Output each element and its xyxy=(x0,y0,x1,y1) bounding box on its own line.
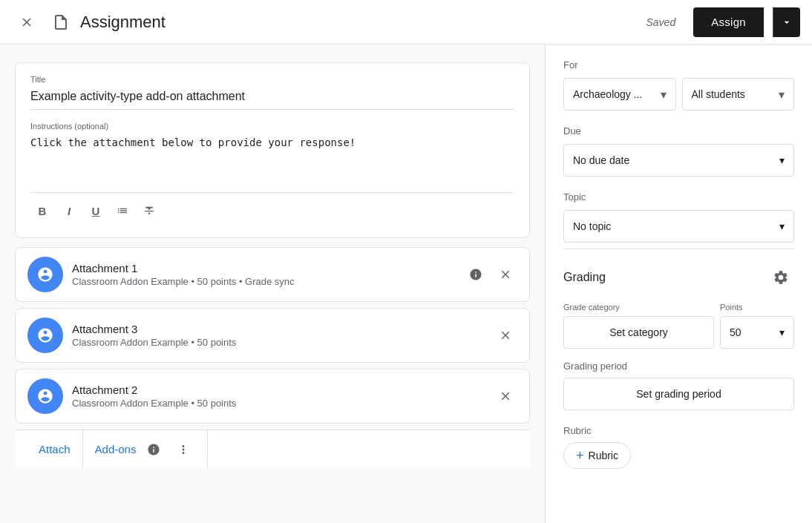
set-grading-period-button[interactable]: Set grading period xyxy=(563,378,794,410)
points-dropdown[interactable]: 50 ▾ xyxy=(720,316,794,349)
attachment-meta: Classroom Addon Example • 50 points xyxy=(72,337,485,348)
formatting-toolbar: B I U xyxy=(30,192,514,223)
strikethrough-button[interactable] xyxy=(137,199,161,223)
attachment-name: Attachment 3 xyxy=(72,323,485,335)
topic-label: Topic xyxy=(563,191,794,203)
grading-title: Grading xyxy=(563,271,606,284)
students-dropdown[interactable]: All students ▾ xyxy=(682,78,795,111)
attachment-item: Attachment 3 Classroom Addon Example • 5… xyxy=(15,308,530,363)
grading-settings-button[interactable] xyxy=(767,264,794,291)
attachment-remove-button[interactable] xyxy=(494,384,517,408)
bold-button[interactable]: B xyxy=(30,199,54,223)
grading-period-label: Grading period xyxy=(563,361,794,372)
attachment-item: Attachment 1 Classroom Addon Example • 5… xyxy=(15,247,530,302)
main-content: Title Instructions (optional) Click the … xyxy=(0,45,812,523)
grading-cols: Grade category Set category Points 50 ▾ xyxy=(563,303,794,349)
attachment-actions xyxy=(494,323,517,347)
set-category-button[interactable]: Set category xyxy=(563,316,714,349)
attachment-meta: Classroom Addon Example • 50 points • Gr… xyxy=(72,276,455,287)
attachment-icon xyxy=(27,378,63,414)
for-dropdowns: Archaeology ... ▾ All students ▾ xyxy=(563,78,794,111)
right-panel: For Archaeology ... ▾ All students ▾ Due… xyxy=(545,45,812,523)
attachment-info: Attachment 2 Classroom Addon Example • 5… xyxy=(72,384,485,409)
due-date-dropdown[interactable]: No due date ▾ xyxy=(563,144,794,177)
class-dropdown[interactable]: Archaeology ... ▾ xyxy=(563,78,676,111)
points-value: 50 xyxy=(730,326,741,338)
grade-category-col: Grade category Set category xyxy=(563,303,714,349)
addons-more-button[interactable] xyxy=(171,438,195,461)
attachment-actions xyxy=(464,263,517,286)
topic-dropdown[interactable]: No topic ▾ xyxy=(563,210,794,243)
attachment-meta: Classroom Addon Example • 50 points xyxy=(72,398,485,409)
attachment-name: Attachment 1 xyxy=(72,262,455,274)
add-rubric-button[interactable]: + Rubric xyxy=(563,442,631,469)
chevron-down-icon: ▾ xyxy=(779,154,785,166)
page-title: Assignment xyxy=(80,13,637,32)
title-label: Title xyxy=(30,75,514,84)
attachment-item: Attachment 2 Classroom Addon Example • 5… xyxy=(15,369,530,424)
header: Assignment Saved Assign xyxy=(0,0,812,45)
plus-icon: + xyxy=(576,449,584,462)
points-label: Points xyxy=(720,303,794,312)
students-value: All students xyxy=(692,88,745,100)
addons-info-button[interactable] xyxy=(142,438,166,461)
attachment-actions xyxy=(494,384,517,408)
title-field: Title xyxy=(30,75,514,110)
left-panel: Title Instructions (optional) Click the … xyxy=(0,45,545,523)
assign-dropdown-button[interactable] xyxy=(773,7,800,37)
attach-button[interactable]: Attach xyxy=(27,430,82,468)
attachment-name: Attachment 2 xyxy=(72,384,485,396)
close-button[interactable] xyxy=(12,7,42,37)
for-label: For xyxy=(563,59,794,70)
rubric-label: Rubric xyxy=(563,425,794,436)
underline-button[interactable]: U xyxy=(84,199,108,223)
chevron-down-icon: ▾ xyxy=(779,220,785,232)
title-input[interactable] xyxy=(30,87,514,110)
chevron-down-icon: ▾ xyxy=(779,326,785,338)
due-value: No due date xyxy=(573,154,629,166)
attachment-icon xyxy=(27,257,63,292)
list-button[interactable] xyxy=(111,199,134,223)
attachment-info: Attachment 1 Classroom Addon Example • 5… xyxy=(72,262,455,287)
chevron-down-icon: ▾ xyxy=(661,88,667,102)
section-divider xyxy=(563,249,794,249)
points-col: Points 50 ▾ xyxy=(720,303,794,349)
grading-header: Grading xyxy=(563,264,794,291)
saved-status: Saved xyxy=(646,16,675,28)
attachment-info: Attachment 3 Classroom Addon Example • 5… xyxy=(72,323,485,348)
due-label: Due xyxy=(563,125,794,136)
addons-section: Add-ons xyxy=(82,430,209,468)
attachment-remove-button[interactable] xyxy=(494,263,517,286)
instructions-textarea[interactable]: Click the attachment below to provide yo… xyxy=(30,134,514,178)
bottom-bar: Attach Add-ons xyxy=(15,430,530,468)
doc-icon xyxy=(50,12,71,33)
grade-category-label: Grade category xyxy=(563,303,714,312)
rubric-label-text: Rubric xyxy=(589,450,618,461)
class-value: Archaeology ... xyxy=(573,88,642,100)
addons-label: Add-ons xyxy=(95,443,137,455)
attachment-icon xyxy=(27,318,63,353)
instructions-field: Instructions (optional) Click the attach… xyxy=(30,122,514,180)
chevron-down-icon: ▾ xyxy=(779,88,785,102)
instructions-label: Instructions (optional) xyxy=(30,122,514,131)
attachment-remove-button[interactable] xyxy=(494,323,517,347)
assign-button[interactable]: Assign xyxy=(693,7,764,37)
form-card: Title Instructions (optional) Click the … xyxy=(15,62,530,238)
topic-value: No topic xyxy=(573,220,611,232)
italic-button[interactable]: I xyxy=(57,199,81,223)
attachment-info-button[interactable] xyxy=(464,263,488,286)
